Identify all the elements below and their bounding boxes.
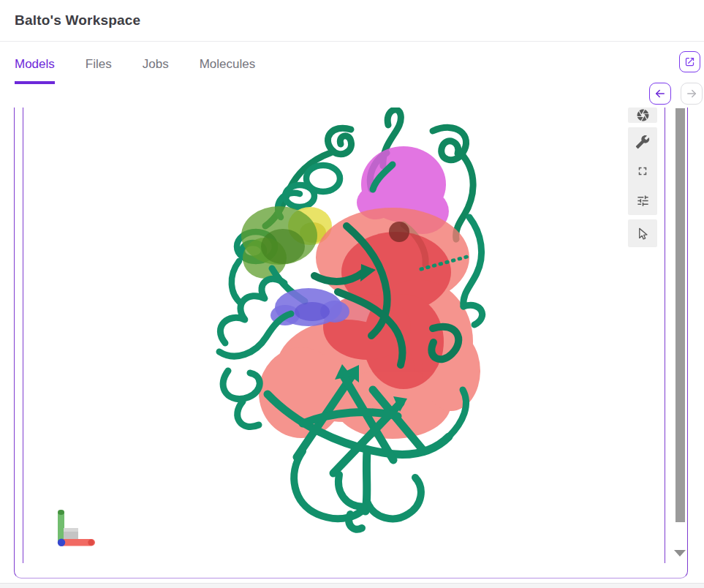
back-button[interactable]: [649, 83, 671, 105]
fullscreen-icon[interactable]: [628, 157, 657, 186]
tab-jobs[interactable]: Jobs: [143, 57, 169, 84]
surface-green: [241, 206, 317, 279]
open-external-button[interactable]: [679, 51, 700, 72]
protein-structure[interactable]: [23, 108, 665, 563]
tab-bar: Models Files Jobs Molecules: [15, 57, 255, 84]
scrollbar-thumb[interactable]: [675, 108, 685, 522]
tab-molecules[interactable]: Molecules: [200, 57, 256, 84]
tab-models[interactable]: Models: [15, 57, 55, 84]
open-in-new-icon: [684, 56, 695, 67]
arrow-right-icon: [685, 87, 698, 100]
settings-tune-icon[interactable]: [628, 186, 657, 215]
tab-files[interactable]: Files: [86, 57, 112, 84]
footer-strip: [0, 583, 704, 588]
arrow-left-icon: [654, 87, 667, 100]
molecule-viewer-canvas[interactable]: [23, 108, 665, 563]
scrollbar-down-arrow[interactable]: [674, 550, 686, 557]
window-header: Balto's Workspace: [0, 0, 704, 42]
axis-gizmo: [58, 510, 95, 546]
forward-button[interactable]: [681, 83, 703, 105]
viewer-toolbar-selection: [628, 219, 657, 247]
viewer-toolbar-top: [628, 108, 657, 123]
tools-wrench-icon[interactable]: [628, 127, 657, 157]
viewer-toolbar-middle: [628, 127, 657, 215]
screenshot-aperture-icon[interactable]: [628, 108, 657, 123]
page-title: Balto's Workspace: [15, 12, 140, 29]
selection-cursor-icon[interactable]: [628, 219, 657, 247]
